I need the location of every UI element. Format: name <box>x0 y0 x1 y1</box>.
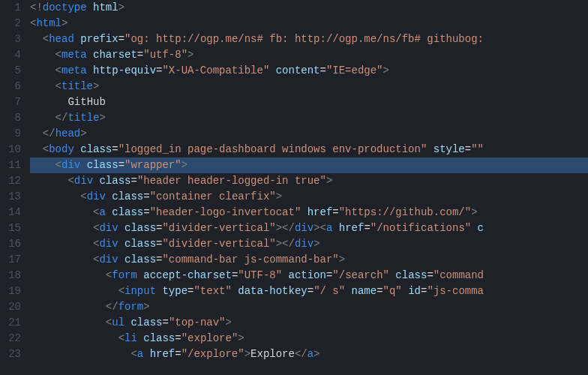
code-line[interactable]: <ul class="top-nav"> <box>30 315 588 331</box>
code-line[interactable]: <div class="wrapper"> <box>30 158 588 173</box>
code-line[interactable]: <head prefix="og: http://ogp.me/ns# fb: … <box>30 32 588 47</box>
code-line[interactable]: GitHub <box>30 94 588 110</box>
code-line[interactable]: <!doctype html> <box>30 0 588 16</box>
line-number: 9 <box>0 126 21 142</box>
code-line[interactable]: <a class="header-logo-invertocat" href="… <box>30 205 588 220</box>
line-number: 6 <box>0 79 21 94</box>
line-number: 23 <box>0 346 21 362</box>
line-number: 8 <box>0 110 21 126</box>
line-number: 2 <box>0 16 21 32</box>
line-number: 4 <box>0 47 21 63</box>
code-line[interactable]: <div class="container clearfix"> <box>30 189 588 205</box>
line-number: 20 <box>0 299 21 315</box>
code-line[interactable]: </form> <box>30 299 588 315</box>
code-line[interactable]: <div class="divider-vertical"></div> <box>30 236 588 252</box>
code-line[interactable]: <a href="/explore">Explore</a> <box>30 346 588 362</box>
line-number: 15 <box>0 220 21 236</box>
code-line[interactable]: </head> <box>30 126 588 142</box>
line-number-gutter: 1234567891011121314151617181920212223 <box>0 0 30 375</box>
line-number: 19 <box>0 284 21 299</box>
code-line[interactable]: <div class="header header-logged-in true… <box>30 173 588 189</box>
code-line[interactable]: <title> <box>30 79 588 94</box>
code-line[interactable]: <meta charset="utf-8"> <box>30 47 588 63</box>
code-line[interactable]: <div class="command-bar js-command-bar"> <box>30 252 588 268</box>
code-line[interactable]: <li class="explore"> <box>30 331 588 346</box>
line-number: 12 <box>0 173 21 189</box>
code-line[interactable]: <input type="text" data-hotkey="/ s" nam… <box>30 284 588 299</box>
code-line[interactable]: <html> <box>30 16 588 32</box>
line-number: 17 <box>0 252 21 268</box>
line-number: 3 <box>0 32 21 47</box>
code-editor[interactable]: 1234567891011121314151617181920212223 <!… <box>0 0 588 375</box>
code-content[interactable]: <!doctype html><html> <head prefix="og: … <box>30 0 588 375</box>
code-line[interactable]: <meta http-equiv="X-UA-Compatible" conte… <box>30 63 588 79</box>
line-number: 1 <box>0 0 21 16</box>
line-number: 10 <box>0 142 21 158</box>
code-line[interactable]: <div class="divider-vertical"></div><a h… <box>30 220 588 236</box>
line-number: 16 <box>0 236 21 252</box>
line-number: 21 <box>0 315 21 331</box>
line-number: 14 <box>0 205 21 220</box>
code-line[interactable]: <form accept-charset="UTF-8" action="/se… <box>30 268 588 284</box>
code-line[interactable]: <body class="logged_in page-dashboard wi… <box>30 142 588 158</box>
line-number: 22 <box>0 331 21 346</box>
line-number: 5 <box>0 63 21 79</box>
line-number: 11 <box>0 158 21 173</box>
code-line[interactable]: </title> <box>30 110 588 126</box>
line-number: 13 <box>0 189 21 205</box>
line-number: 7 <box>0 94 21 110</box>
line-number: 18 <box>0 268 21 284</box>
